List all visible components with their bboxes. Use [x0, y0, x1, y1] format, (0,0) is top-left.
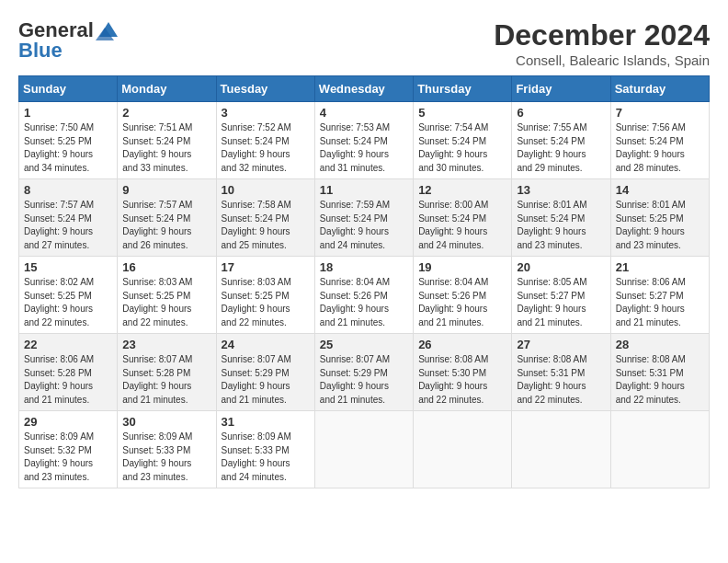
day-info: Sunrise: 8:02 AM Sunset: 5:25 PM Dayligh…	[24, 276, 112, 329]
day-number: 7	[616, 106, 704, 120]
calendar-cell: 18Sunrise: 8:04 AM Sunset: 5:26 PM Dayli…	[314, 257, 413, 334]
calendar-cell: 12Sunrise: 8:00 AM Sunset: 5:24 PM Dayli…	[414, 179, 512, 257]
calendar-cell: 17Sunrise: 8:03 AM Sunset: 5:25 PM Dayli…	[216, 257, 314, 334]
day-info: Sunrise: 7:58 AM Sunset: 5:24 PM Dayligh…	[222, 199, 310, 252]
day-number: 21	[616, 260, 704, 274]
calendar-cell: 6Sunrise: 7:55 AM Sunset: 5:24 PM Daylig…	[512, 102, 610, 179]
calendar-cell: 30Sunrise: 8:09 AM Sunset: 5:33 PM Dayli…	[118, 411, 216, 488]
day-number: 30	[122, 415, 210, 429]
header-thursday: Thursday	[414, 76, 512, 102]
day-number: 1	[24, 106, 112, 120]
page-header: General Blue December 2024 Consell, Bale…	[18, 18, 710, 68]
calendar-cell: 15Sunrise: 8:02 AM Sunset: 5:25 PM Dayli…	[19, 257, 118, 334]
calendar-cell: 9Sunrise: 7:57 AM Sunset: 5:24 PM Daylig…	[118, 179, 216, 257]
calendar-cell: 11Sunrise: 7:59 AM Sunset: 5:24 PM Dayli…	[314, 179, 413, 257]
day-info: Sunrise: 8:09 AM Sunset: 5:32 PM Dayligh…	[24, 431, 112, 484]
day-info: Sunrise: 8:09 AM Sunset: 5:33 PM Dayligh…	[222, 431, 310, 484]
month-year-title: December 2024	[494, 18, 710, 52]
day-info: Sunrise: 8:09 AM Sunset: 5:33 PM Dayligh…	[122, 431, 210, 484]
calendar-cell: 25Sunrise: 8:07 AM Sunset: 5:29 PM Dayli…	[314, 334, 413, 411]
calendar-week-row: 22Sunrise: 8:06 AM Sunset: 5:28 PM Dayli…	[19, 334, 710, 411]
day-number: 11	[320, 183, 408, 197]
calendar-cell: 24Sunrise: 8:07 AM Sunset: 5:29 PM Dayli…	[216, 334, 314, 411]
location-subtitle: Consell, Balearic Islands, Spain	[494, 52, 710, 68]
day-number: 9	[122, 183, 210, 197]
day-number: 10	[222, 183, 310, 197]
calendar-cell	[512, 411, 610, 488]
calendar-cell: 22Sunrise: 8:06 AM Sunset: 5:28 PM Dayli…	[19, 334, 118, 411]
day-number: 17	[222, 260, 310, 274]
calendar-header-row: SundayMondayTuesdayWednesdayThursdayFrid…	[19, 76, 710, 102]
day-info: Sunrise: 8:03 AM Sunset: 5:25 PM Dayligh…	[222, 276, 310, 329]
day-number: 12	[418, 183, 506, 197]
day-number: 15	[24, 260, 112, 274]
day-number: 19	[418, 260, 506, 274]
day-info: Sunrise: 8:01 AM Sunset: 5:25 PM Dayligh…	[616, 199, 704, 252]
day-number: 6	[517, 106, 605, 120]
calendar-cell	[610, 411, 709, 488]
logo: General Blue	[18, 18, 121, 63]
header-saturday: Saturday	[610, 76, 709, 102]
calendar-cell: 23Sunrise: 8:07 AM Sunset: 5:28 PM Dayli…	[118, 334, 216, 411]
calendar-cell: 1Sunrise: 7:50 AM Sunset: 5:25 PM Daylig…	[19, 102, 118, 179]
calendar-cell: 5Sunrise: 7:54 AM Sunset: 5:24 PM Daylig…	[414, 102, 512, 179]
day-info: Sunrise: 8:01 AM Sunset: 5:24 PM Dayligh…	[517, 199, 605, 252]
calendar-table: SundayMondayTuesdayWednesdayThursdayFrid…	[18, 75, 710, 488]
calendar-cell: 3Sunrise: 7:52 AM Sunset: 5:24 PM Daylig…	[216, 102, 314, 179]
logo-blue: Blue	[18, 39, 63, 63]
day-info: Sunrise: 8:04 AM Sunset: 5:26 PM Dayligh…	[320, 276, 408, 329]
calendar-cell: 31Sunrise: 8:09 AM Sunset: 5:33 PM Dayli…	[216, 411, 314, 488]
day-number: 22	[24, 338, 112, 351]
day-number: 14	[616, 183, 704, 197]
day-info: Sunrise: 8:06 AM Sunset: 5:28 PM Dayligh…	[24, 353, 112, 407]
calendar-cell: 2Sunrise: 7:51 AM Sunset: 5:24 PM Daylig…	[118, 102, 216, 179]
calendar-cell	[314, 411, 413, 488]
day-info: Sunrise: 8:04 AM Sunset: 5:26 PM Dayligh…	[418, 276, 506, 329]
day-number: 4	[320, 106, 408, 120]
calendar-cell	[414, 411, 512, 488]
day-number: 25	[320, 338, 408, 351]
calendar-week-row: 8Sunrise: 7:57 AM Sunset: 5:24 PM Daylig…	[19, 179, 710, 257]
header-wednesday: Wednesday	[314, 76, 413, 102]
calendar-cell: 28Sunrise: 8:08 AM Sunset: 5:31 PM Dayli…	[610, 334, 709, 411]
day-info: Sunrise: 8:08 AM Sunset: 5:31 PM Dayligh…	[517, 353, 605, 407]
day-info: Sunrise: 8:07 AM Sunset: 5:29 PM Dayligh…	[222, 353, 310, 407]
day-number: 13	[517, 183, 605, 197]
calendar-cell: 7Sunrise: 7:56 AM Sunset: 5:24 PM Daylig…	[610, 102, 709, 179]
day-number: 18	[320, 260, 408, 274]
day-number: 20	[517, 260, 605, 274]
day-number: 27	[517, 338, 605, 351]
day-info: Sunrise: 8:06 AM Sunset: 5:27 PM Dayligh…	[616, 276, 704, 329]
day-number: 2	[122, 106, 210, 120]
day-info: Sunrise: 7:57 AM Sunset: 5:24 PM Dayligh…	[122, 199, 210, 252]
day-number: 23	[122, 338, 210, 351]
day-info: Sunrise: 7:56 AM Sunset: 5:24 PM Dayligh…	[616, 121, 704, 175]
title-block: December 2024 Consell, Balearic Islands,…	[494, 18, 710, 68]
header-monday: Monday	[118, 76, 216, 102]
day-info: Sunrise: 7:52 AM Sunset: 5:24 PM Dayligh…	[222, 121, 310, 175]
header-sunday: Sunday	[19, 76, 118, 102]
day-info: Sunrise: 7:59 AM Sunset: 5:24 PM Dayligh…	[320, 199, 408, 252]
calendar-week-row: 15Sunrise: 8:02 AM Sunset: 5:25 PM Dayli…	[19, 257, 710, 334]
calendar-cell: 20Sunrise: 8:05 AM Sunset: 5:27 PM Dayli…	[512, 257, 610, 334]
calendar-cell: 13Sunrise: 8:01 AM Sunset: 5:24 PM Dayli…	[512, 179, 610, 257]
day-number: 28	[616, 338, 704, 351]
logo-icon	[96, 20, 121, 40]
calendar-cell: 29Sunrise: 8:09 AM Sunset: 5:32 PM Dayli…	[19, 411, 118, 488]
calendar-cell: 16Sunrise: 8:03 AM Sunset: 5:25 PM Dayli…	[118, 257, 216, 334]
day-number: 8	[24, 183, 112, 197]
calendar-cell: 26Sunrise: 8:08 AM Sunset: 5:30 PM Dayli…	[414, 334, 512, 411]
header-friday: Friday	[512, 76, 610, 102]
calendar-week-row: 29Sunrise: 8:09 AM Sunset: 5:32 PM Dayli…	[19, 411, 710, 488]
day-info: Sunrise: 8:07 AM Sunset: 5:28 PM Dayligh…	[122, 353, 210, 407]
day-info: Sunrise: 7:57 AM Sunset: 5:24 PM Dayligh…	[24, 199, 112, 252]
day-number: 5	[418, 106, 506, 120]
calendar-cell: 27Sunrise: 8:08 AM Sunset: 5:31 PM Dayli…	[512, 334, 610, 411]
day-info: Sunrise: 8:08 AM Sunset: 5:31 PM Dayligh…	[616, 353, 704, 407]
day-info: Sunrise: 7:54 AM Sunset: 5:24 PM Dayligh…	[418, 121, 506, 175]
calendar-cell: 10Sunrise: 7:58 AM Sunset: 5:24 PM Dayli…	[216, 179, 314, 257]
day-info: Sunrise: 8:03 AM Sunset: 5:25 PM Dayligh…	[122, 276, 210, 329]
day-number: 31	[222, 415, 310, 429]
day-info: Sunrise: 7:50 AM Sunset: 5:25 PM Dayligh…	[24, 121, 112, 175]
day-info: Sunrise: 8:08 AM Sunset: 5:30 PM Dayligh…	[418, 353, 506, 407]
